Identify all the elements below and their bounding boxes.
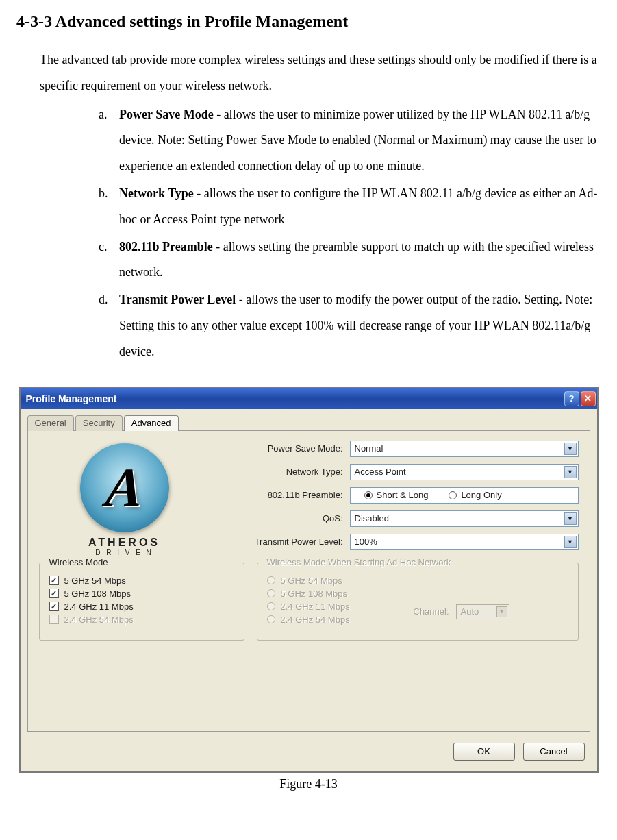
list-marker: d. xyxy=(99,287,108,313)
chevron-down-icon[interactable]: ▼ xyxy=(564,466,577,478)
channel-combo: Auto ▼ xyxy=(456,604,509,619)
section-title: 4-3-3 Advanced settings in Profile Manag… xyxy=(16,12,601,31)
help-button[interactable]: ? xyxy=(564,391,579,406)
preamble-label: 802.11b Preamble: xyxy=(213,490,350,500)
feature-list: a. Power Save Mode - allows the user to … xyxy=(16,102,601,365)
adhoc-opt-label: 2.4 GHz 11 Mbps xyxy=(281,602,350,612)
list-item: c. 802.11b Preamble - allows setting the… xyxy=(99,234,601,286)
list-marker: b. xyxy=(99,181,108,207)
network-type-combo[interactable]: Access Point ▼ xyxy=(350,464,579,480)
logo-sub-text: D R I V E N xyxy=(95,549,153,556)
list-item: b. Network Type - allows the user to con… xyxy=(99,181,601,233)
list-item: a. Power Save Mode - allows the user to … xyxy=(99,102,601,180)
tab-strip: General Security Advanced xyxy=(27,415,590,430)
qos-label: QoS: xyxy=(213,513,350,523)
titlebar: Profile Management ? ✕ xyxy=(21,388,597,409)
wireless-mode-legend: Wireless Mode xyxy=(47,557,111,567)
wireless-mode-group: Wireless Mode 5 GHz 54 Mbps 5 GHz 108 Mb… xyxy=(39,563,244,641)
brand-logo: A ATHEROS D R I V E N xyxy=(39,443,210,557)
adhoc-radio xyxy=(267,615,275,623)
chevron-down-icon[interactable]: ▼ xyxy=(564,443,577,455)
adhoc-opt-label: 5 GHz 108 Mbps xyxy=(281,589,348,599)
ok-button[interactable]: OK xyxy=(453,743,515,761)
preamble-radio-long-only[interactable] xyxy=(449,491,457,499)
tab-page-advanced: A ATHEROS D R I V E N Power Save Mode: N… xyxy=(27,430,590,732)
channel-value: Auto xyxy=(461,606,479,617)
chevron-down-icon: ▼ xyxy=(496,606,507,617)
channel-label: Channel: xyxy=(414,606,449,617)
preamble-opt-short-label: Short & Long xyxy=(377,490,429,500)
logo-letter: A xyxy=(103,456,145,519)
adhoc-opt-label: 5 GHz 54 Mbps xyxy=(281,576,342,586)
item-bold: 802.11b Preamble xyxy=(119,240,216,254)
wm-label: 2.4 GHz 11 Mbps xyxy=(64,602,134,612)
wm-label: 5 GHz 108 Mbps xyxy=(64,589,131,599)
item-bold: Transmit Power Level xyxy=(119,293,236,306)
adhoc-radio xyxy=(267,576,275,584)
wm-checkbox-5ghz-108[interactable] xyxy=(49,589,59,598)
qos-combo[interactable]: Disabled ▼ xyxy=(350,510,579,527)
item-bold: Network Type xyxy=(119,186,194,200)
tx-power-combo[interactable]: 100% ▼ xyxy=(350,534,579,550)
adhoc-legend: Wireless Mode When Starting Ad Hoc Netwo… xyxy=(264,557,454,567)
adhoc-radio xyxy=(267,602,275,610)
tab-security[interactable]: Security xyxy=(75,415,123,431)
power-save-label: Power Save Mode: xyxy=(213,443,350,454)
wm-checkbox-24ghz-11[interactable] xyxy=(49,602,59,611)
close-button[interactable]: ✕ xyxy=(581,391,596,406)
tab-advanced[interactable]: Advanced xyxy=(124,415,179,431)
preamble-radio-group: Short & Long Long Only xyxy=(350,487,579,504)
network-type-label: Network Type: xyxy=(213,467,350,477)
network-type-value: Access Point xyxy=(355,467,406,477)
wm-checkbox-24ghz-54 xyxy=(49,615,59,624)
tx-power-value: 100% xyxy=(355,536,377,547)
list-item: d. Transmit Power Level - allows the use… xyxy=(99,287,601,365)
list-marker: c. xyxy=(99,234,108,260)
adhoc-mode-group: Wireless Mode When Starting Ad Hoc Netwo… xyxy=(257,563,579,641)
adhoc-radio xyxy=(267,589,275,597)
chevron-down-icon[interactable]: ▼ xyxy=(564,536,577,548)
list-marker: a. xyxy=(99,102,108,128)
logo-brand-text: ATHEROS xyxy=(88,536,160,549)
wm-label: 5 GHz 54 Mbps xyxy=(64,576,126,586)
dialog-buttons: OK Cancel xyxy=(27,739,590,765)
tx-power-label: Transmit Power Level: xyxy=(213,536,350,547)
logo-circle-icon: A xyxy=(80,443,169,532)
item-bold: Power Save Mode xyxy=(119,108,216,121)
adhoc-opt-label: 2.4 GHz 54 Mbps xyxy=(281,615,350,625)
power-save-combo[interactable]: Normal ▼ xyxy=(350,441,579,457)
window-title: Profile Management xyxy=(26,393,117,404)
preamble-opt-long-label: Long Only xyxy=(461,490,501,500)
figure-caption: Figure 4-13 xyxy=(16,777,601,791)
tab-general[interactable]: General xyxy=(27,415,74,431)
wm-label: 2.4 GHz 54 Mbps xyxy=(64,615,134,625)
preamble-radio-short-long[interactable] xyxy=(364,491,373,499)
chevron-down-icon[interactable]: ▼ xyxy=(564,512,577,525)
qos-value: Disabled xyxy=(355,513,390,523)
intro-paragraph: The advanced tab provide more complex wi… xyxy=(40,47,601,99)
power-save-value: Normal xyxy=(355,443,383,454)
profile-management-window: Profile Management ? ✕ General Security … xyxy=(19,387,599,773)
wm-checkbox-5ghz-54[interactable] xyxy=(49,576,59,585)
cancel-button[interactable]: Cancel xyxy=(523,743,585,761)
